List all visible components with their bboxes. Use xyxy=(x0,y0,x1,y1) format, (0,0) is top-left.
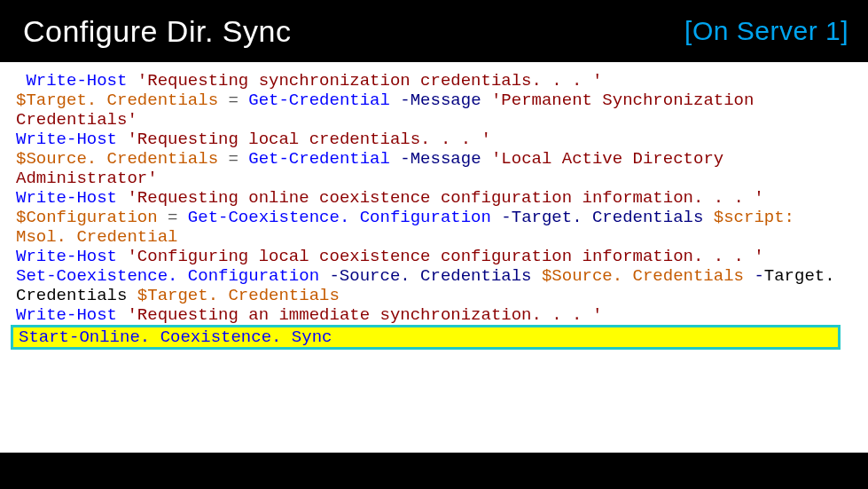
code-block: Write-Host 'Requesting synchronization c… xyxy=(0,62,868,350)
cmdlet: Get-Credential xyxy=(248,91,390,110)
code-text xyxy=(127,286,137,305)
code-text xyxy=(703,208,713,227)
code-text xyxy=(390,149,400,169)
code-text xyxy=(491,208,501,227)
variable: $Source. Credentials xyxy=(16,149,218,169)
code-text xyxy=(390,91,400,110)
operator: = xyxy=(168,208,177,227)
cmdlet: Write-Host xyxy=(26,71,127,91)
string-literal: 'Requesting online coexistence configura… xyxy=(127,188,763,208)
cmdlet: Write-Host xyxy=(16,188,117,208)
slide-footer xyxy=(0,453,868,489)
code-text xyxy=(481,91,491,110)
cmdlet: Start-Online. Coexistence. Sync xyxy=(19,327,332,347)
parameter: -Message xyxy=(400,149,481,169)
code-text xyxy=(127,71,137,91)
cmdlet: Get-Credential xyxy=(248,149,390,169)
operator: = xyxy=(228,149,238,169)
cmdlet: Set-Coexistence. Configuration xyxy=(16,266,319,286)
cmdlet: Write-Host xyxy=(16,305,117,325)
code-text xyxy=(117,130,127,149)
cmdlet: Get-Coexistence. Configuration xyxy=(188,208,491,227)
code-text xyxy=(117,188,127,208)
operator: = xyxy=(228,91,238,110)
code-text xyxy=(117,305,127,325)
parameter: - xyxy=(754,266,763,286)
slide-title: Configure Dir. Sync xyxy=(23,14,291,49)
highlighted-line: Start-Online. Coexistence. Sync xyxy=(11,325,841,350)
code-text xyxy=(319,266,329,286)
parameter: -Source. Credentials xyxy=(329,266,531,286)
code-text xyxy=(117,247,127,266)
code-text xyxy=(177,208,187,227)
code-text xyxy=(239,149,248,169)
cmdlet: Write-Host xyxy=(16,130,117,149)
parameter: -Target. Credentials xyxy=(501,208,703,227)
variable: $Target. Credentials xyxy=(137,286,340,305)
slide-header: Configure Dir. Sync [On Server 1] xyxy=(0,0,868,62)
code-text xyxy=(158,208,168,227)
code-text xyxy=(744,266,754,286)
variable: $Source. Credentials xyxy=(542,266,744,286)
cmdlet: Write-Host xyxy=(16,247,117,266)
parameter: -Message xyxy=(400,91,481,110)
code-text xyxy=(16,71,26,91)
variable: $Target. Credentials xyxy=(16,91,218,110)
string-literal: 'Requesting an immediate synchronization… xyxy=(127,305,602,325)
code-text xyxy=(239,91,248,110)
code-text xyxy=(481,149,491,169)
code-text xyxy=(218,149,228,169)
variable: $Configuration xyxy=(16,208,158,227)
code-text xyxy=(218,91,228,110)
string-literal: 'Configuring local coexistence configura… xyxy=(127,247,763,266)
string-literal: 'Requesting local credentials. . . ' xyxy=(127,130,490,149)
slide-subtitle: [On Server 1] xyxy=(684,16,848,46)
code-text xyxy=(532,266,542,286)
string-literal: 'Requesting synchronization credentials.… xyxy=(137,71,603,91)
